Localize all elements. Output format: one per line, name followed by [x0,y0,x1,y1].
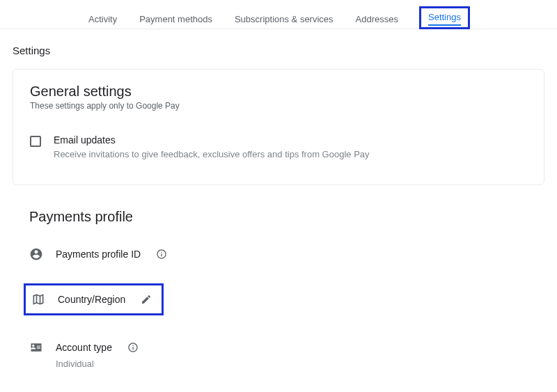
nav-settings[interactable]: Settings [419,6,470,29]
email-updates-content: Email updates Receive invitations to giv… [54,134,527,161]
pencil-edit-icon[interactable] [141,294,152,305]
account-type-label: Account type [56,342,112,353]
country-region-row[interactable]: Country/Region [24,283,164,315]
account-card-icon [29,340,43,354]
general-settings-subtitle: These settings apply only to Google Pay [30,101,527,111]
map-icon [31,292,45,306]
email-updates-desc: Receive invitations to give feedback, ex… [54,148,527,161]
country-region-label: Country/Region [58,294,125,305]
nav-addresses[interactable]: Addresses [354,11,400,27]
email-updates-checkbox[interactable] [30,136,41,147]
nav-subscriptions-services[interactable]: Subscriptions & services [233,11,335,27]
payments-profile-id-row[interactable]: Payments profile ID [29,237,528,271]
general-settings-title: General settings [30,84,527,100]
info-icon[interactable] [127,342,139,353]
payments-profile-section: Payments profile Payments profile ID Cou… [13,203,544,376]
nav-payment-methods[interactable]: Payment methods [138,11,214,27]
general-settings-card: General settings These settings apply on… [13,69,544,185]
email-updates-row: Email updates Receive invitations to giv… [30,126,527,169]
top-nav: Activity Payment methods Subscriptions &… [0,0,557,29]
info-icon[interactable] [156,249,167,260]
page-title: Settings [0,29,557,69]
payments-profile-title: Payments profile [29,209,528,225]
nav-activity[interactable]: Activity [87,11,118,27]
account-type-value: Individual [29,359,528,376]
payments-profile-id-label: Payments profile ID [56,249,141,260]
email-updates-label: Email updates [54,134,527,146]
profile-id-icon [29,247,43,261]
